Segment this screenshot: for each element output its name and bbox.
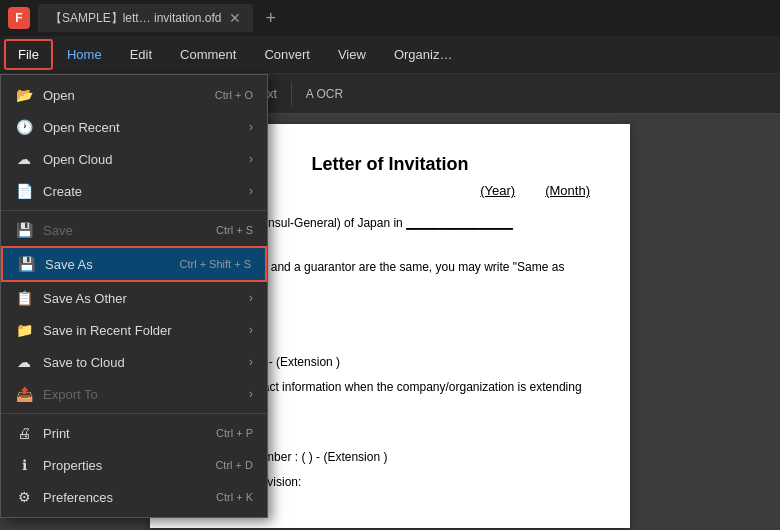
preferences-shortcut: Ctrl + K — [216, 491, 253, 503]
save-as-label: Save As — [45, 257, 169, 272]
save-icon: 💾 — [15, 221, 33, 239]
print-icon: 🖨 — [15, 424, 33, 442]
export-arrow: › — [249, 387, 253, 401]
open-cloud-icon: ☁ — [15, 150, 33, 168]
ocr-button[interactable]: A OCR — [300, 83, 349, 105]
open-label: Open — [43, 88, 205, 103]
save-as-shortcut: Ctrl + Shift + S — [179, 258, 251, 270]
save-cloud-arrow: › — [249, 355, 253, 369]
menu-save-cloud[interactable]: ☁ Save to Cloud › — [1, 346, 267, 378]
create-label: Create — [43, 184, 235, 199]
menu-item-file[interactable]: File — [4, 39, 53, 70]
create-icon: 📄 — [15, 182, 33, 200]
open-icon: 📂 — [15, 86, 33, 104]
properties-shortcut: Ctrl + D — [215, 459, 253, 471]
export-icon: 📤 — [15, 385, 33, 403]
menu-open-recent[interactable]: 🕐 Open Recent › — [1, 111, 267, 143]
save-as-icon: 💾 — [17, 255, 35, 273]
menu-preferences[interactable]: ⚙ Preferences Ctrl + K — [1, 481, 267, 513]
tab-close-button[interactable]: ✕ — [229, 11, 241, 25]
menu-item-view[interactable]: View — [324, 39, 380, 70]
separator-1 — [1, 210, 267, 211]
app-icon: F — [8, 7, 30, 29]
menu-save-recent[interactable]: 📁 Save in Recent Folder › — [1, 314, 267, 346]
save-shortcut: Ctrl + S — [216, 224, 253, 236]
menu-item-home[interactable]: Home — [53, 39, 116, 70]
print-label: Print — [43, 426, 206, 441]
save-cloud-icon: ☁ — [15, 353, 33, 371]
open-cloud-arrow: › — [249, 152, 253, 166]
save-cloud-label: Save to Cloud — [43, 355, 235, 370]
menu-properties[interactable]: ℹ Properties Ctrl + D — [1, 449, 267, 481]
menu-open[interactable]: 📂 Open Ctrl + O — [1, 79, 267, 111]
save-as-other-icon: 📋 — [15, 289, 33, 307]
create-arrow: › — [249, 184, 253, 198]
menu-create[interactable]: 📄 Create › — [1, 175, 267, 207]
save-as-other-arrow: › — [249, 291, 253, 305]
menu-export: 📤 Export To › — [1, 378, 267, 410]
year-label: (Year) — [480, 183, 515, 198]
menu-bar: File Home Edit Comment Convert View Orga… — [0, 36, 780, 74]
menu-save-as-other[interactable]: 📋 Save As Other › — [1, 282, 267, 314]
active-tab[interactable]: 【SAMPLE】lett… invitation.ofd ✕ — [38, 4, 253, 32]
menu-print[interactable]: 🖨 Print Ctrl + P — [1, 417, 267, 449]
print-shortcut: Ctrl + P — [216, 427, 253, 439]
menu-save: 💾 Save Ctrl + S — [1, 214, 267, 246]
main-area: ⊕ ✏ ▢▾ ✎ Edit All ▾ T+ Add Text A OCR Le… — [0, 74, 780, 530]
open-recent-icon: 🕐 — [15, 118, 33, 136]
save-recent-arrow: › — [249, 323, 253, 337]
dropdown-menu-list: 📂 Open Ctrl + O 🕐 Open Recent › ☁ Open C… — [0, 74, 268, 518]
save-recent-label: Save in Recent Folder — [43, 323, 235, 338]
open-shortcut: Ctrl + O — [215, 89, 253, 101]
menu-open-cloud[interactable]: ☁ Open Cloud › — [1, 143, 267, 175]
open-recent-label: Open Recent — [43, 120, 235, 135]
toolbar-divider-4 — [291, 82, 292, 106]
title-bar: F 【SAMPLE】lett… invitation.ofd ✕ + — [0, 0, 780, 36]
menu-item-organize[interactable]: Organiz… — [380, 39, 467, 70]
menu-item-edit[interactable]: Edit — [116, 39, 166, 70]
tab-title: 【SAMPLE】lett… invitation.ofd — [50, 10, 221, 27]
save-label: Save — [43, 223, 206, 238]
menu-save-as[interactable]: 💾 Save As Ctrl + Shift + S — [1, 246, 267, 282]
month-label: (Month) — [545, 183, 590, 198]
file-dropdown-menu: 📂 Open Ctrl + O 🕐 Open Recent › ☁ Open C… — [0, 74, 268, 518]
export-label: Export To — [43, 387, 235, 402]
preferences-icon: ⚙ — [15, 488, 33, 506]
save-as-other-label: Save As Other — [43, 291, 235, 306]
add-tab-button[interactable]: + — [265, 8, 276, 29]
menu-item-comment[interactable]: Comment — [166, 39, 250, 70]
save-recent-icon: 📁 — [15, 321, 33, 339]
open-cloud-label: Open Cloud — [43, 152, 235, 167]
preferences-label: Preferences — [43, 490, 206, 505]
open-recent-arrow: › — [249, 120, 253, 134]
separator-2 — [1, 413, 267, 414]
menu-item-convert[interactable]: Convert — [250, 39, 324, 70]
properties-icon: ℹ — [15, 456, 33, 474]
properties-label: Properties — [43, 458, 205, 473]
